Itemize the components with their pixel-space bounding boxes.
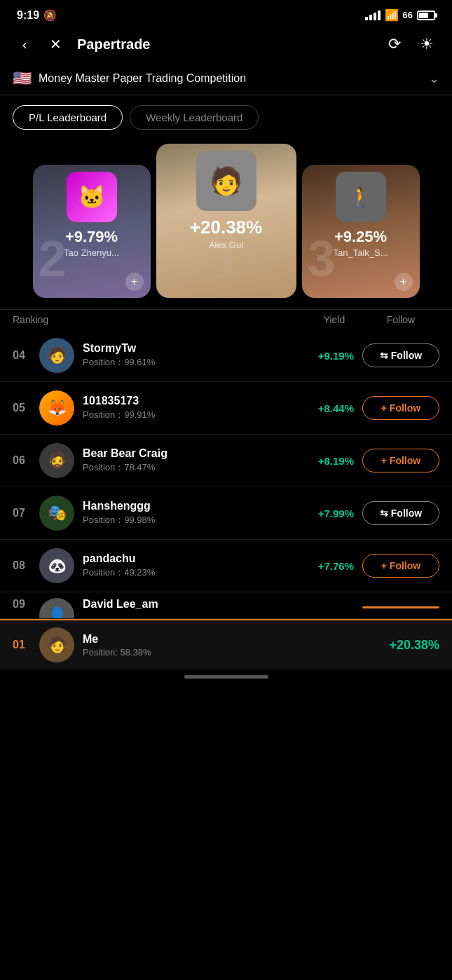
username: pandachu xyxy=(83,552,305,565)
podium-rank3-yield: +9.25% xyxy=(334,228,387,246)
lb-header-ranking: Ranking xyxy=(13,314,55,325)
podium-rank3-name: Tan_Talk_S... xyxy=(333,247,388,258)
podium-rank2-name: Tao Zhenyu... xyxy=(64,247,119,258)
podium-section: 2 🐱 +9.79% Tao Zhenyu... + 1 🧑 +20.38% A… xyxy=(0,137,452,309)
status-time: 9:19 xyxy=(17,9,39,22)
yield-value: +7.99% xyxy=(305,508,354,519)
home-indicator xyxy=(0,669,452,681)
follow-button[interactable]: + Follow xyxy=(362,449,439,472)
table-row[interactable]: 09 👤 David Lee_am xyxy=(0,592,452,619)
podium-rank3[interactable]: 3 🚶 +9.25% Tan_Talk_S... + xyxy=(302,165,420,298)
follow-button[interactable]: + Follow xyxy=(362,554,439,578)
user-info: pandachu Position：49.23% xyxy=(83,552,305,579)
user-info: 101835173 Position：99.91% xyxy=(83,395,305,421)
rank-number: 09 xyxy=(13,598,39,611)
lb-header-yield: Yield xyxy=(306,314,362,325)
podium-rank1-yield: +20.38% xyxy=(190,217,262,238)
table-row[interactable]: 05 🦊 101835173 Position：99.91% +8.44% + … xyxy=(0,382,452,435)
podium-rank3-avatar: 🚶 xyxy=(336,172,386,222)
yield-value: +8.19% xyxy=(305,455,354,467)
competition-selector[interactable]: 🇺🇸 Money Master Paper Trading Competitio… xyxy=(0,62,452,95)
back-button[interactable]: ‹ xyxy=(13,32,36,56)
follow-button[interactable]: ⇆ Follow xyxy=(362,501,439,525)
user-info: Hanshenggg Position：99.98% xyxy=(83,500,305,526)
me-bar: 01 🧑 Me Position: 58.38% +20.38% xyxy=(0,619,452,669)
lb-header-follow: Follow xyxy=(362,314,439,325)
podium-rank1-name: Alex Gui xyxy=(209,240,243,250)
podium-rank2-avatar: 🐱 xyxy=(67,172,117,222)
podium-rank2-yield: +9.79% xyxy=(65,228,118,246)
avatar: 🐼 xyxy=(39,548,74,583)
rank-number: 05 xyxy=(13,402,39,414)
follow-button[interactable]: + Follow xyxy=(362,396,439,420)
user-info: David Lee_am xyxy=(83,598,362,612)
username: David Lee_am xyxy=(83,598,362,611)
tab-pl-leaderboard[interactable]: P/L Leaderboard xyxy=(13,105,123,130)
position: Position：99.61% xyxy=(83,356,305,369)
podium-rank3-num: 3 xyxy=(308,233,336,284)
page-title: Papertrade xyxy=(77,36,375,53)
avatar: 🧔 xyxy=(39,443,74,478)
follow-button[interactable]: ⇆ Follow xyxy=(362,343,439,367)
position: Position：99.98% xyxy=(83,514,305,526)
yield-value: +9.19% xyxy=(305,350,354,362)
rank-number: 04 xyxy=(13,349,39,362)
table-row[interactable]: 04 🧑 StormyTw Position：99.61% +9.19% ⇆ F… xyxy=(0,329,452,382)
username: 101835173 xyxy=(83,395,305,407)
nav-header: ‹ ✕ Papertrade ⟳ ☀ xyxy=(0,26,452,62)
table-row[interactable]: 06 🧔 Bear Bear Craig Position：78.47% +8.… xyxy=(0,435,452,487)
username: Bear Bear Craig xyxy=(83,447,305,460)
nav-actions: ⟳ ☀ xyxy=(382,32,439,57)
chevron-down-icon: ⌄ xyxy=(429,71,439,86)
lightbulb-button[interactable]: ☀ xyxy=(414,32,439,57)
podium-rank2[interactable]: 2 🐱 +9.79% Tao Zhenyu... + xyxy=(33,165,151,298)
competition-name: Money Master Paper Trading Competition xyxy=(39,72,422,85)
avatar: 🎭 xyxy=(39,496,74,531)
rank-number: 07 xyxy=(13,507,39,519)
podium-rank2-follow-btn[interactable]: + xyxy=(125,273,144,291)
avatar: 👤 xyxy=(39,598,74,619)
rank-number: 08 xyxy=(13,559,39,572)
tab-weekly-leaderboard[interactable]: Weekly Leaderboard xyxy=(130,105,259,130)
tabs-container: P/L Leaderboard Weekly Leaderboard xyxy=(0,95,452,137)
mute-icon: 🔕 xyxy=(43,9,57,22)
leaderboard-list: 04 🧑 StormyTw Position：99.61% +9.19% ⇆ F… xyxy=(0,329,452,619)
close-button[interactable]: ✕ xyxy=(43,32,67,56)
podium-rank2-num: 2 xyxy=(39,233,67,284)
yield-value: +7.76% xyxy=(305,560,354,572)
user-info: Bear Bear Craig Position：78.47% xyxy=(83,447,305,474)
me-rank-number: 01 xyxy=(13,639,39,651)
competition-flag: 🇺🇸 xyxy=(13,69,32,88)
battery-percent: 66 xyxy=(403,10,413,20)
position: Position：49.23% xyxy=(83,566,305,579)
me-yield-value: +20.38% xyxy=(389,638,439,653)
battery-icon xyxy=(417,11,435,20)
me-avatar: 🧑 xyxy=(39,627,74,662)
position: Position：99.91% xyxy=(83,409,305,421)
avatar: 🦊 xyxy=(39,390,74,426)
signal-icon xyxy=(365,11,381,20)
avatar: 🧑 xyxy=(39,338,74,373)
me-username: Me xyxy=(83,633,389,646)
status-bar: 9:19 🔕 📶 66 xyxy=(0,0,452,26)
podium-rank3-follow-btn[interactable]: + xyxy=(395,273,413,291)
podium-rank1-avatar: 🧑 xyxy=(196,151,256,211)
podium-rank1[interactable]: 1 🧑 +20.38% Alex Gui xyxy=(156,144,296,298)
username: Hanshenggg xyxy=(83,500,305,512)
user-info: StormyTw Position：99.61% xyxy=(83,342,305,369)
wifi-icon: 📶 xyxy=(385,8,399,22)
yield-value: +8.44% xyxy=(305,402,354,414)
table-row[interactable]: 07 🎭 Hanshenggg Position：99.98% +7.99% ⇆… xyxy=(0,487,452,540)
me-user-info: Me Position: 58.38% xyxy=(83,633,389,658)
position: Position：78.47% xyxy=(83,461,305,474)
table-row[interactable]: 08 🐼 pandachu Position：49.23% +7.76% + F… xyxy=(0,540,452,592)
refresh-button[interactable]: ⟳ xyxy=(382,32,407,57)
username: StormyTw xyxy=(83,342,305,355)
rank-number: 06 xyxy=(13,454,39,467)
leaderboard-header: Ranking Yield Follow xyxy=(0,309,452,329)
home-bar xyxy=(184,675,268,679)
me-position: Position: 58.38% xyxy=(83,647,389,658)
